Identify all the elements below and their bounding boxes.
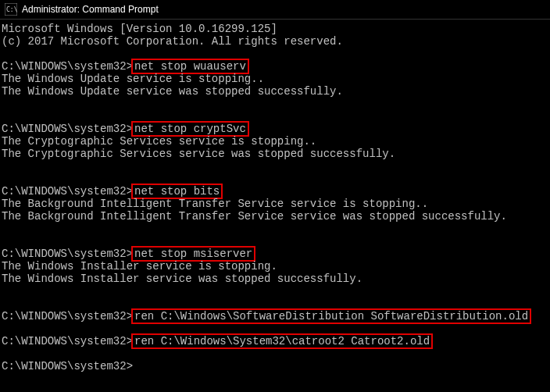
output-line: The Cryptographic Services service was s… bbox=[2, 148, 548, 160]
command-highlight: net stop wuauserv bbox=[131, 59, 249, 74]
prompt: C:\WINDOWS\system32> bbox=[2, 335, 133, 347]
prompt: C:\WINDOWS\system32> bbox=[2, 360, 133, 372]
output-line: The Windows Update service was stopped s… bbox=[2, 85, 548, 98]
blank-line bbox=[2, 160, 548, 173]
terminal-output[interactable]: Microsoft Windows [Version 10.0.16299.12… bbox=[0, 20, 550, 374]
window-titlebar[interactable]: C:\ Administrator: Command Prompt bbox=[0, 0, 550, 20]
prompt: C:\WINDOWS\system32> bbox=[2, 123, 133, 135]
output-line: The Windows Installer service is stoppin… bbox=[2, 260, 548, 273]
blank-line bbox=[2, 110, 548, 123]
window-title: Administrator: Command Prompt bbox=[22, 4, 159, 15]
command-highlight: net stop bits bbox=[131, 184, 223, 199]
command-highlight: ren C:\Windows\System32\catroot2 Catroot… bbox=[131, 333, 433, 349]
output-line: The Windows Update service is stopping.. bbox=[2, 73, 548, 85]
blank-line bbox=[2, 48, 548, 60]
blank-line bbox=[2, 235, 548, 248]
output-line: The Cryptographic Services service is st… bbox=[2, 135, 548, 148]
blank-line bbox=[2, 285, 548, 298]
command-highlight: net stop cryptSvc bbox=[131, 121, 249, 137]
cmd-line: C:\WINDOWS\system32>net stop wuauserv bbox=[2, 60, 548, 73]
cmd-line: C:\WINDOWS\system32>ren C:\Windows\Syste… bbox=[2, 335, 548, 347]
prompt: C:\WINDOWS\system32> bbox=[2, 60, 133, 73]
cmd-line: C:\WINDOWS\system32>net stop msiserver bbox=[2, 248, 548, 260]
version-line: Microsoft Windows [Version 10.0.16299.12… bbox=[2, 23, 548, 35]
svg-text:C:\: C:\ bbox=[6, 6, 17, 13]
copyright-line: (c) 2017 Microsoft Corporation. All righ… bbox=[2, 35, 548, 48]
cmd-line: C:\WINDOWS\system32>net stop bits bbox=[2, 185, 548, 198]
blank-line bbox=[2, 173, 548, 185]
prompt: C:\WINDOWS\system32> bbox=[2, 310, 133, 323]
blank-line bbox=[2, 347, 548, 360]
cmd-line[interactable]: C:\WINDOWS\system32> bbox=[2, 360, 548, 372]
cmd-line: C:\WINDOWS\system32>net stop cryptSvc bbox=[2, 123, 548, 135]
output-line: The Windows Installer service was stoppe… bbox=[2, 273, 548, 285]
output-line: The Background Intelligent Transfer Serv… bbox=[2, 210, 548, 223]
prompt: C:\WINDOWS\system32> bbox=[2, 185, 133, 198]
blank-line bbox=[2, 223, 548, 235]
prompt: C:\WINDOWS\system32> bbox=[2, 248, 133, 260]
cmd-line: C:\WINDOWS\system32>ren C:\Windows\Softw… bbox=[2, 310, 548, 323]
cmd-icon: C:\ bbox=[5, 3, 17, 16]
command-highlight: net stop msiserver bbox=[131, 246, 255, 262]
command-highlight: ren C:\Windows\SoftwareDistribution Soft… bbox=[131, 308, 531, 324]
output-line: The Background Intelligent Transfer Serv… bbox=[2, 198, 548, 210]
blank-line bbox=[2, 98, 548, 110]
